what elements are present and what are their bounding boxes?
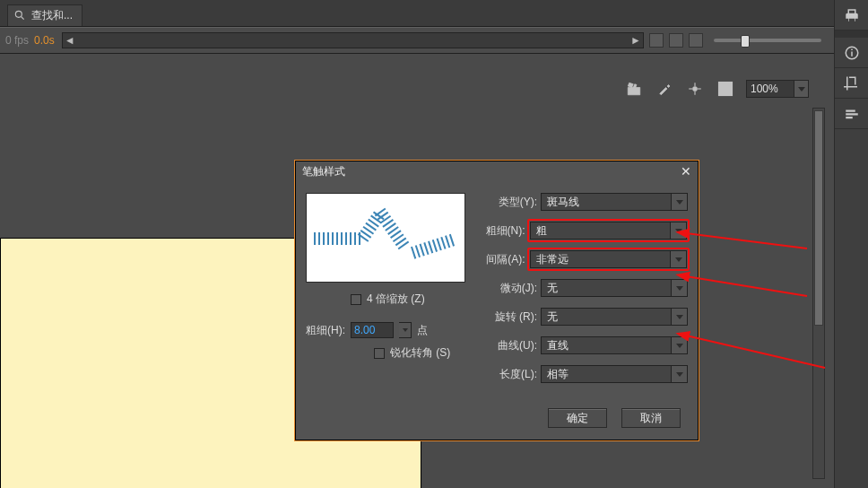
type-label: 类型(Y): [482, 195, 541, 210]
fps-readout: 0 fps [5, 34, 29, 47]
chevron-down-icon[interactable] [672, 336, 688, 354]
print-icon[interactable] [835, 0, 868, 30]
chevron-down-icon[interactable] [672, 279, 688, 297]
svg-point-6 [15, 11, 22, 17]
hatch-thick-label: 粗细(N): [482, 223, 529, 239]
cancel-button[interactable]: 取消 [621, 408, 681, 428]
sharpen-checkbox[interactable] [374, 348, 385, 359]
chevron-down-icon[interactable] [671, 222, 687, 240]
chevron-down-icon[interactable] [672, 193, 688, 211]
zoom4x-label: 4 倍缩放 (Z) [367, 292, 425, 307]
stroke-preview [306, 193, 465, 283]
target-icon[interactable] [685, 79, 705, 99]
chevron-down-icon[interactable] [672, 365, 688, 383]
gap-label: 间隔(A): [482, 252, 529, 267]
svg-line-7 [22, 17, 24, 20]
dialog-title: 笔触样式 ✕ [295, 161, 699, 182]
tab-label: 查找和... [31, 8, 73, 23]
length-combo[interactable]: 相等 [541, 365, 688, 383]
timeline-button-3[interactable] [689, 33, 703, 48]
type-combo[interactable]: 斑马线 [541, 193, 688, 211]
rotate-combo[interactable]: 无 [541, 308, 688, 326]
timeline-button-1[interactable] [649, 33, 664, 48]
jitter-label: 微动(J): [482, 281, 541, 296]
svg-point-8 [693, 87, 698, 92]
ok-button[interactable]: 确定 [548, 408, 607, 428]
search-icon [13, 9, 26, 22]
hatch-thick-combo[interactable]: 粗 [530, 222, 687, 240]
curve-label: 曲线(U): [482, 338, 541, 353]
align-icon[interactable] [835, 99, 868, 129]
scroll-left-icon[interactable]: ◄ [65, 35, 75, 46]
svg-rect-14 [719, 83, 733, 96]
thickness-input[interactable]: 8.00 [351, 322, 394, 338]
timeline-scrollbar[interactable]: ◄ ► [62, 32, 644, 48]
chevron-down-icon[interactable] [671, 250, 687, 268]
scroll-right-icon[interactable]: ► [630, 35, 641, 46]
curve-combo[interactable]: 直线 [541, 336, 688, 354]
wand-icon[interactable] [655, 79, 674, 99]
clapper-icon[interactable] [624, 79, 644, 99]
thickness-unit: 点 [417, 323, 428, 338]
zoom-combo[interactable]: 100% [746, 79, 809, 99]
zoom4x-checkbox[interactable] [351, 294, 361, 305]
thickness-stepper-icon[interactable] [399, 322, 412, 338]
chevron-down-icon[interactable] [672, 308, 688, 326]
fit-icon[interactable] [716, 79, 735, 99]
svg-rect-2 [851, 48, 853, 50]
svg-rect-1 [851, 51, 853, 56]
jitter-combo[interactable]: 无 [541, 279, 688, 297]
thickness-label: 粗细(H): [306, 323, 345, 338]
crop-icon[interactable] [835, 68, 868, 99]
tab-find-replace[interactable]: 查找和... [7, 4, 82, 26]
length-label: 长度(L): [482, 367, 541, 382]
svg-rect-5 [846, 117, 853, 118]
svg-rect-3 [846, 109, 855, 111]
gap-combo[interactable]: 非常远 [530, 250, 687, 268]
zoom-value[interactable]: 100% [746, 80, 794, 98]
zoom-dropdown-icon[interactable] [794, 80, 809, 98]
stroke-style-dialog: 笔触样式 ✕ 4 倍缩放 (Z) 粗细(H): 8.00 点 锐化转角 (S) … [294, 160, 699, 441]
vertical-scrollbar[interactable] [812, 108, 825, 479]
rotate-label: 旋转 (R): [482, 309, 541, 325]
time-readout: 0.0s [34, 34, 55, 47]
timeline-strip: 0 fps 0.0s ◄ ► [0, 27, 834, 54]
sharpen-label: 锐化转角 (S) [390, 345, 450, 361]
timeline-refresh-icon[interactable] [669, 33, 683, 48]
tab-bar: 查找和... [0, 0, 834, 27]
close-icon[interactable]: ✕ [679, 164, 693, 179]
zoom-slider[interactable] [714, 39, 821, 42]
info-icon[interactable] [835, 38, 868, 68]
svg-rect-4 [846, 113, 858, 115]
